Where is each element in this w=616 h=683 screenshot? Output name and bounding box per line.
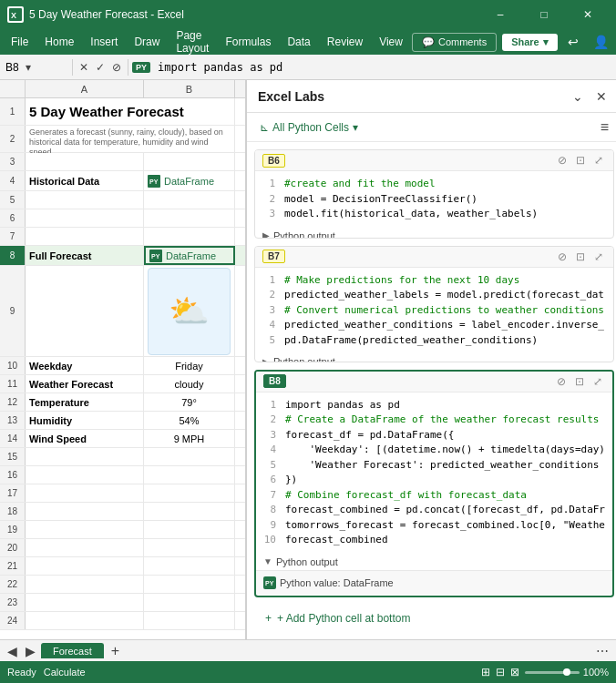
maximize-button[interactable]: □ [523, 0, 565, 29]
view-normal-button[interactable]: ⊞ [481, 666, 490, 678]
menu-page-layout[interactable]: Page Layout [169, 25, 216, 58]
sheet-options-button[interactable]: ⋯ [592, 644, 612, 658]
cell-a5[interactable] [26, 191, 144, 209]
next-sheet-button[interactable]: ▶ [22, 642, 39, 660]
cell-a17[interactable] [26, 484, 144, 502]
prev-sheet-button[interactable]: ◀ [4, 642, 21, 660]
menu-draw[interactable]: Draw [127, 32, 167, 52]
cell-b14[interactable]: 9 MPH [144, 430, 235, 447]
cell-b24[interactable] [144, 612, 235, 629]
cell-b22[interactable] [144, 576, 235, 593]
view-page-layout-button[interactable]: ⊟ [496, 666, 505, 678]
menu-review[interactable]: Review [320, 32, 370, 52]
cell-b5[interactable] [144, 191, 235, 209]
cell-a22[interactable] [26, 576, 144, 593]
labs-collapse-button[interactable]: ⌄ [569, 87, 587, 106]
col-header-a[interactable]: A [26, 80, 144, 97]
cell-a7[interactable] [26, 228, 144, 245]
b6-export-button[interactable]: ⊡ [573, 153, 588, 168]
menu-file[interactable]: File [4, 32, 36, 52]
cell-a23[interactable] [26, 594, 144, 611]
cell-b10[interactable]: Friday [144, 357, 235, 374]
cell-b16[interactable] [144, 466, 235, 484]
table-row: 3 [0, 153, 245, 171]
menu-formulas[interactable]: Formulas [218, 32, 278, 52]
cell-b11[interactable]: cloudy [144, 375, 235, 392]
python-output-header-b6[interactable]: ▶ Python output [255, 228, 613, 239]
add-python-cell-button[interactable]: + + Add Python cell at bottom [254, 605, 614, 632]
minimize-button[interactable]: – [479, 0, 521, 29]
cell-a9[interactable] [26, 266, 144, 356]
formula-content[interactable]: import pandas as pd [150, 61, 616, 74]
cell-b6[interactable] [144, 209, 235, 227]
b6-expand-button[interactable]: ⤢ [591, 153, 606, 168]
confirm-formula-button[interactable]: ✓ [93, 59, 108, 76]
cell-b13[interactable]: 54% [144, 412, 235, 429]
cell-a11[interactable]: Weather Forecast [26, 375, 144, 392]
add-sheet-button[interactable]: + [106, 643, 125, 659]
cell-a10[interactable]: Weekday [26, 357, 144, 374]
cell-a6[interactable] [26, 209, 144, 227]
cell-a20[interactable] [26, 539, 144, 556]
cell-a18[interactable] [26, 503, 144, 520]
cell-b8[interactable]: PY DataFrame [144, 246, 235, 265]
cell-b18[interactable] [144, 503, 235, 520]
cell-a3[interactable] [26, 153, 144, 170]
cell-b9[interactable]: ⛅ [144, 266, 235, 357]
b8-export-button[interactable]: ⊡ [572, 374, 587, 389]
cell-a15[interactable] [26, 448, 144, 465]
b7-expand-button[interactable]: ⤢ [591, 250, 606, 264]
cell-b12[interactable]: 79° [144, 393, 235, 411]
filter-python-cells-button[interactable]: ⊾ All Python Cells ▾ [254, 118, 364, 137]
cell-b7[interactable] [144, 228, 235, 245]
menu-data[interactable]: Data [280, 32, 317, 52]
insert-function-button[interactable]: ⊘ [109, 59, 124, 76]
cell-b23[interactable] [144, 594, 235, 611]
row-number: 15 [0, 448, 26, 465]
undo-button[interactable]: ↩ [563, 32, 583, 52]
cell-b4[interactable]: PY DataFrame [144, 171, 235, 190]
cell-b19[interactable] [144, 521, 235, 538]
cell-ref-badge-b8[interactable]: B8 [263, 374, 286, 388]
menu-insert[interactable]: Insert [83, 32, 125, 52]
zoom-slider[interactable] [525, 671, 580, 674]
cell-a8[interactable]: Full Forecast [26, 246, 144, 265]
cell-ref-badge-b6[interactable]: B6 [262, 154, 285, 168]
cell-a16[interactable] [26, 466, 144, 484]
sheet-tab-forecast[interactable]: Forecast [41, 643, 104, 658]
cell-a21[interactable] [26, 557, 144, 575]
cell-a4[interactable]: Historical Data [26, 171, 144, 190]
labs-close-button[interactable]: ✕ [592, 87, 611, 106]
comments-button[interactable]: 💬 Comments [412, 33, 497, 52]
cell-a24[interactable] [26, 612, 144, 629]
b8-expand-button[interactable]: ⤢ [590, 374, 605, 389]
view-page-break-button[interactable]: ⊠ [510, 666, 519, 678]
close-button[interactable]: ✕ [567, 0, 609, 29]
menu-home[interactable]: Home [37, 32, 81, 52]
cell-a12[interactable]: Temperature [26, 393, 144, 411]
cell-b3[interactable] [144, 153, 235, 170]
b8-copy-button[interactable]: ⊘ [554, 374, 569, 389]
cancel-formula-button[interactable]: ✕ [77, 59, 91, 76]
cell-b17[interactable] [144, 484, 235, 502]
cell-a1[interactable]: 5 Day Weather Forecast [26, 98, 235, 125]
user-button[interactable]: 👤 [589, 32, 613, 52]
code-cell-b8: B8 ⊘ ⊡ ⤢ 1 import pandas as pd 2 # Creat… [254, 370, 614, 597]
b7-export-button[interactable]: ⊡ [573, 250, 588, 264]
cell-a13[interactable]: Humidity [26, 412, 144, 429]
python-output-header-b8[interactable]: ▼ Python output [256, 554, 612, 570]
cell-b15[interactable] [144, 448, 235, 465]
cell-ref-dropdown[interactable]: ▾ [23, 59, 34, 76]
share-button[interactable]: Share ▾ [502, 34, 558, 51]
cell-ref-badge-b7[interactable]: B7 [262, 250, 285, 263]
cell-b21[interactable] [144, 557, 235, 575]
b6-copy-button[interactable]: ⊘ [555, 153, 570, 168]
col-header-b[interactable]: B [144, 80, 235, 97]
cell-b20[interactable] [144, 539, 235, 556]
menu-view[interactable]: View [372, 32, 410, 52]
cell-a14[interactable]: Wind Speed [26, 430, 144, 447]
python-output-header-b7[interactable]: ▶ Python output [255, 353, 613, 362]
labs-menu-button[interactable]: ≡ [595, 117, 614, 138]
b7-copy-button[interactable]: ⊘ [555, 250, 570, 264]
cell-a19[interactable] [26, 521, 144, 538]
